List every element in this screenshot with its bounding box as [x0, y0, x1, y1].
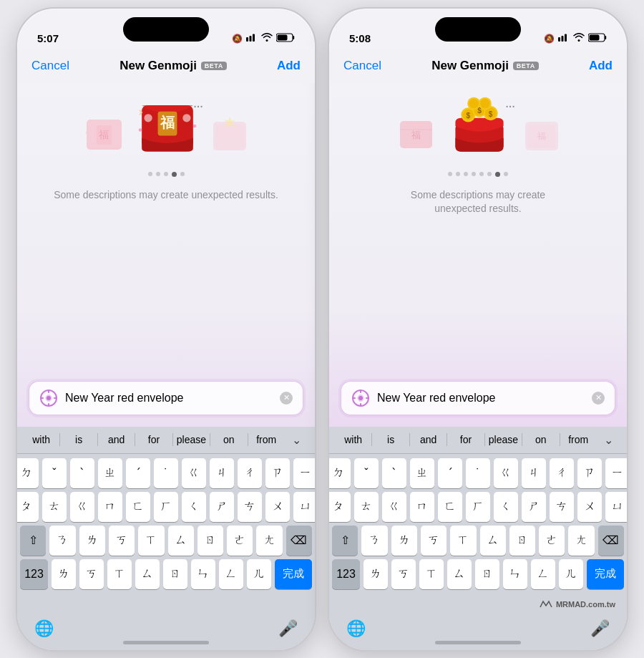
- key-en[interactable]: ㄣ: [191, 559, 215, 589]
- key-q[interactable]: ㄑ: [182, 492, 206, 522]
- clear-button-right[interactable]: ✕: [592, 392, 605, 405]
- key-d[interactable]: ㄉ: [16, 458, 39, 488]
- done-key-right[interactable]: 完成: [587, 559, 624, 589]
- suggestion-please-left[interactable]: please: [173, 432, 210, 447]
- key-ng[interactable]: ㄌ: [52, 559, 76, 589]
- rkey-q[interactable]: ㄑ: [494, 492, 518, 522]
- rkey-s[interactable]: ㄙ: [480, 526, 506, 556]
- rkey-g2[interactable]: ㄍ: [382, 492, 406, 522]
- rkey-n[interactable]: ㄋ: [361, 526, 387, 556]
- rkey-shift[interactable]: ⇧: [332, 526, 358, 556]
- rkey-v3[interactable]: ˊ: [438, 458, 462, 488]
- key-j[interactable]: ㄐ: [210, 458, 234, 488]
- mic-icon-right[interactable]: 🎤: [590, 619, 610, 638]
- rkey-x[interactable]: ㄒ: [450, 526, 476, 556]
- rkey-ng[interactable]: ㄌ: [364, 559, 388, 589]
- search-input-wrapper-right[interactable]: New Year red envelope ✕: [341, 381, 615, 415]
- key-h[interactable]: ㄏ: [154, 492, 178, 522]
- key-ang[interactable]: ㄤ: [256, 526, 282, 556]
- suggestion-from-left[interactable]: from: [248, 432, 285, 447]
- suggestion-on-right[interactable]: on: [522, 432, 559, 447]
- suggestion-with-right[interactable]: with: [335, 432, 371, 447]
- key-dot[interactable]: ˙: [154, 458, 178, 488]
- key-g2[interactable]: ㄍ: [70, 492, 94, 522]
- chevron-btn-right[interactable]: ⌄: [597, 429, 621, 450]
- globe-icon-left[interactable]: 🌐: [34, 619, 54, 638]
- key-k[interactable]: ㄎ: [109, 526, 135, 556]
- key-e[interactable]: ㄜ: [227, 526, 253, 556]
- suggestion-is-left[interactable]: is: [60, 432, 97, 447]
- clear-button-left[interactable]: ✕: [280, 392, 293, 405]
- rkey-ang[interactable]: ㄤ: [568, 526, 594, 556]
- key-n[interactable]: ㄋ: [49, 526, 75, 556]
- key-sh[interactable]: ㄕ: [210, 492, 234, 522]
- key-v3[interactable]: ˊ: [126, 458, 150, 488]
- suggestion-is-right[interactable]: is: [372, 432, 409, 447]
- rkey-m[interactable]: ㄇ: [410, 492, 434, 522]
- key-f[interactable]: ㄈ: [126, 492, 150, 522]
- rkey-c[interactable]: ㄘ: [550, 492, 574, 522]
- key-s[interactable]: ㄙ: [168, 526, 194, 556]
- rkey-f[interactable]: ㄈ: [438, 492, 462, 522]
- mic-icon-left[interactable]: 🎤: [278, 619, 298, 638]
- key-l[interactable]: ㄌ: [79, 526, 105, 556]
- rkey-v2[interactable]: ˇ: [354, 458, 379, 488]
- delete-key-right[interactable]: ⌫: [598, 526, 624, 556]
- rkey-er[interactable]: ㄦ: [559, 559, 583, 589]
- rkey-r[interactable]: ㄖ: [509, 526, 535, 556]
- key-yi[interactable]: ㄧ: [293, 458, 316, 488]
- rkey-r2[interactable]: ㄖ: [475, 559, 499, 589]
- num-key-left[interactable]: 123: [20, 559, 48, 589]
- key-v4[interactable]: ˋ: [70, 458, 94, 488]
- key-g[interactable]: ㄍ: [182, 458, 206, 488]
- rkey-en[interactable]: ㄣ: [503, 559, 527, 589]
- key-k2[interactable]: ㄎ: [79, 559, 104, 589]
- key-yu[interactable]: ㄩ: [293, 492, 316, 522]
- rkey-g[interactable]: ㄍ: [494, 458, 518, 488]
- key-m[interactable]: ㄇ: [98, 492, 122, 522]
- rkey-p[interactable]: ㄆ: [328, 492, 351, 522]
- key-x[interactable]: ㄒ: [138, 526, 164, 556]
- rkey-z[interactable]: ㄗ: [577, 458, 602, 488]
- key-p[interactable]: ㄆ: [16, 492, 39, 522]
- rkey-ch[interactable]: ㄔ: [550, 458, 574, 488]
- search-input-text-right[interactable]: New Year red envelope: [377, 392, 585, 405]
- key-z[interactable]: ㄗ: [265, 458, 290, 488]
- rkey-zh[interactable]: ㄓ: [410, 458, 434, 488]
- keyboard-left[interactable]: with is and for please on from ⌄ ㄅ ㄉ: [17, 427, 315, 650]
- rkey-d[interactable]: ㄉ: [328, 458, 351, 488]
- cancel-button-right[interactable]: Cancel: [343, 59, 381, 73]
- num-key-right[interactable]: 123: [332, 559, 360, 589]
- rkey-v4[interactable]: ˋ: [382, 458, 406, 488]
- rkey-k2[interactable]: ㄎ: [391, 559, 416, 589]
- rkey-k[interactable]: ㄎ: [421, 526, 447, 556]
- key-x2[interactable]: ㄒ: [107, 559, 132, 589]
- rkey-eng[interactable]: ㄥ: [531, 559, 555, 589]
- key-zh[interactable]: ㄓ: [98, 458, 122, 488]
- suggestion-please-right[interactable]: please: [485, 432, 522, 447]
- keyboard-right[interactable]: with is and for please on from ⌄ ㄅ ㄉ: [329, 427, 627, 650]
- rkey-x2[interactable]: ㄒ: [419, 559, 444, 589]
- add-button-left[interactable]: Add: [277, 59, 301, 73]
- chevron-btn-left[interactable]: ⌄: [285, 429, 309, 450]
- cancel-button-left[interactable]: Cancel: [31, 59, 69, 73]
- rkey-dot[interactable]: ˙: [466, 458, 490, 488]
- rkey-h[interactable]: ㄏ: [466, 492, 490, 522]
- key-s2[interactable]: ㄙ: [135, 559, 160, 589]
- globe-icon-right[interactable]: 🌐: [346, 619, 366, 638]
- rkey-t[interactable]: ㄊ: [354, 492, 379, 522]
- key-wu[interactable]: ㄨ: [265, 492, 290, 522]
- key-r[interactable]: ㄖ: [197, 526, 223, 556]
- key-er[interactable]: ㄦ: [247, 559, 271, 589]
- rkey-yi[interactable]: ㄧ: [605, 458, 628, 488]
- key-ch[interactable]: ㄔ: [238, 458, 262, 488]
- suggestion-and-left[interactable]: and: [98, 432, 135, 447]
- suggestion-from-right[interactable]: from: [560, 432, 597, 447]
- rkey-j[interactable]: ㄐ: [522, 458, 546, 488]
- key-eng[interactable]: ㄥ: [219, 559, 243, 589]
- rkey-sh[interactable]: ㄕ: [522, 492, 546, 522]
- suggestion-for-right[interactable]: for: [447, 432, 484, 447]
- rkey-e[interactable]: ㄜ: [539, 526, 565, 556]
- more-dots-left[interactable]: ···: [192, 97, 202, 114]
- key-r2[interactable]: ㄖ: [163, 559, 187, 589]
